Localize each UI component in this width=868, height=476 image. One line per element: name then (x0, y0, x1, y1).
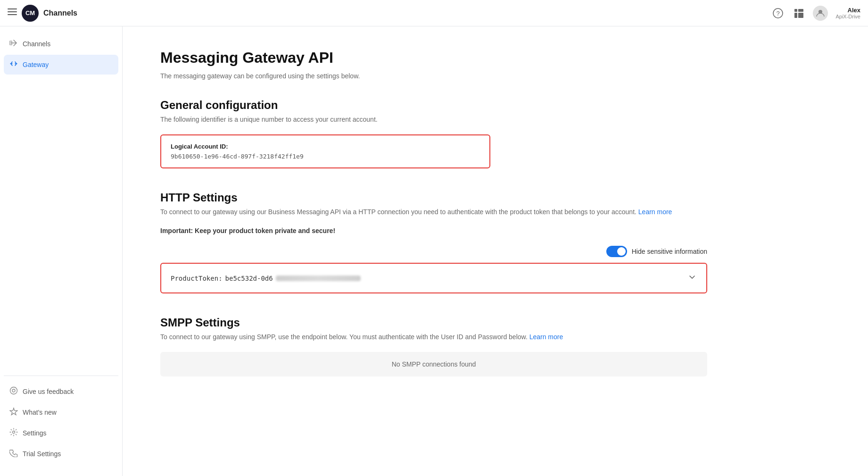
star-icon (9, 407, 18, 418)
app-logo: CM (22, 5, 39, 22)
http-desc-text: To connect to our gateway using our Busi… (160, 208, 637, 216)
sidebar-item-gateway-label: Gateway (23, 61, 49, 68)
product-token-partial: be5c532d-0d6 (225, 275, 273, 282)
channels-icon (9, 39, 18, 49)
sidebar-item-trial-settings[interactable]: Trial Settings (4, 444, 118, 464)
user-avatar[interactable] (813, 6, 828, 21)
app-layout: Channels Gateway Give us feedback (0, 26, 868, 476)
http-settings-desc: To connect to our gateway using our Busi… (160, 208, 830, 216)
product-token-chevron[interactable] (687, 272, 697, 284)
sidebar-bottom: Give us feedback What's new Settings Tri… (0, 382, 122, 468)
gateway-icon (9, 59, 18, 70)
sidebar-item-whats-new[interactable]: What's new (4, 402, 118, 422)
top-navigation: CM Channels ? Alex ApiX-Drive (0, 0, 868, 26)
user-info: Alex ApiX-Drive (835, 7, 860, 19)
svg-rect-9 (794, 15, 797, 18)
grid-icon[interactable] (792, 7, 805, 20)
sidebar-divider (4, 376, 118, 376)
product-token-box[interactable]: ProductToken: be5c532d-0d6 (160, 263, 707, 293)
sidebar-item-give-feedback[interactable]: Give us feedback (4, 382, 118, 401)
general-config-desc: The following identifier is a unique num… (160, 116, 830, 123)
help-icon[interactable]: ? (771, 7, 785, 20)
topnav-right: ? Alex ApiX-Drive (771, 6, 860, 21)
hamburger-menu-icon[interactable] (8, 7, 17, 19)
hide-sensitive-toggle[interactable] (606, 246, 627, 257)
page-title: Messaging Gateway API (160, 49, 830, 67)
smpp-empty-message: No SMPP connections found (160, 352, 707, 376)
toggle-row: Hide sensitive information (160, 246, 707, 257)
smpp-learn-more-link[interactable]: Learn more (529, 333, 563, 341)
svg-text:?: ? (777, 10, 780, 17)
svg-rect-1 (8, 11, 17, 12)
http-settings-section: HTTP Settings To connect to our gateway … (160, 191, 830, 293)
product-token-text: ProductToken: be5c532d-0d6 (171, 275, 361, 282)
phone-icon (9, 449, 18, 459)
user-org: ApiX-Drive (835, 14, 860, 19)
svg-rect-11 (801, 9, 803, 12)
user-name: Alex (848, 7, 860, 14)
feedback-icon (9, 386, 18, 397)
http-learn-more-link[interactable]: Learn more (638, 208, 672, 216)
general-config-section: General configuration The following iden… (160, 99, 830, 168)
give-feedback-label: Give us feedback (23, 388, 74, 395)
sidebar-nav: Channels Gateway (0, 34, 122, 370)
sidebar-item-channels[interactable]: Channels (4, 34, 118, 54)
logical-account-id-label: Logical Account ID: (171, 143, 480, 150)
svg-point-17 (12, 389, 15, 392)
settings-label: Settings (23, 429, 47, 437)
product-token-blurred (276, 276, 361, 281)
toggle-label: Hide sensitive information (632, 248, 707, 255)
page-subtitle: The messaging gateway can be configured … (160, 72, 830, 80)
svg-rect-13 (801, 15, 803, 18)
general-config-title: General configuration (160, 99, 830, 112)
sidebar-item-gateway[interactable]: Gateway (4, 55, 118, 75)
gear-icon (9, 428, 18, 438)
http-warning: Important: Keep your product token priva… (160, 227, 830, 234)
http-settings-title: HTTP Settings (160, 191, 830, 204)
svg-rect-5 (794, 9, 797, 12)
trial-settings-label: Trial Settings (23, 450, 61, 458)
smpp-settings-section: SMPP Settings To connect to our gateway … (160, 316, 830, 376)
svg-rect-2 (8, 14, 17, 15)
sidebar-item-channels-label: Channels (23, 40, 50, 48)
smpp-settings-title: SMPP Settings (160, 316, 830, 329)
main-content: Messaging Gateway API The messaging gate… (123, 26, 868, 476)
svg-point-18 (13, 431, 15, 434)
svg-rect-0 (8, 8, 17, 9)
smpp-desc-text: To connect to our gateway using SMPP, us… (160, 333, 528, 341)
product-token-label: ProductToken: (171, 275, 223, 282)
topnav-left: CM Channels (8, 5, 77, 22)
whats-new-label: What's new (23, 409, 57, 416)
logical-account-id-value: 9b610650-1e96-46cd-897f-3218f42ff1e9 (171, 153, 480, 160)
sidebar-item-settings[interactable]: Settings (4, 423, 118, 443)
sidebar: Channels Gateway Give us feedback (0, 26, 123, 476)
svg-point-16 (10, 387, 17, 394)
app-name: Channels (43, 9, 77, 17)
smpp-settings-desc: To connect to our gateway using SMPP, us… (160, 333, 830, 341)
logical-account-id-box: Logical Account ID: 9b610650-1e96-46cd-8… (160, 134, 490, 168)
